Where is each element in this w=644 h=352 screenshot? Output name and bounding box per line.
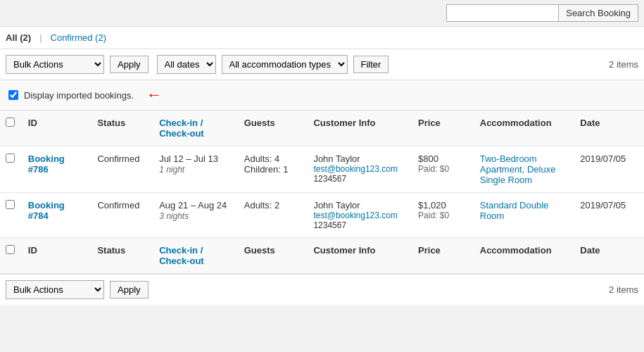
display-imported-checkbox[interactable]: [8, 90, 18, 100]
arrow-annotation: ←: [146, 86, 162, 104]
row-checkin-1: Aug 21 – Aug 243 nights: [153, 193, 239, 238]
search-input[interactable]: [446, 4, 559, 22]
header-guests: Guests: [239, 111, 308, 146]
customer-name-1: John Taylor: [313, 200, 407, 210]
accommodation-link-1[interactable]: Standard Double Room: [480, 200, 549, 221]
booking-link-1[interactable]: Booking #784: [28, 200, 65, 221]
row-customer-1: John Taylor test@booking123.com 1234567: [308, 193, 412, 238]
footer-status: Status: [91, 238, 153, 274]
customer-phone-0: 1234567: [313, 174, 407, 184]
dates-select[interactable]: All dates: [157, 55, 216, 74]
footer-date: Date: [574, 238, 644, 274]
red-arrow-icon: ←: [146, 86, 162, 103]
price-paid-0: Paid: $0: [418, 164, 469, 174]
row-accommodation-0: Two-Bedroom Apartment, Deluxe Single Roo…: [474, 146, 575, 193]
row-id-1: Booking #784: [23, 193, 92, 238]
price-value-0: $800: [418, 153, 469, 164]
row-checkbox-0[interactable]: [6, 153, 15, 163]
price-value-1: $1,020: [418, 200, 469, 210]
row-date-0: 2019/07/05: [574, 146, 644, 193]
header-accommodation: Accommodation: [474, 111, 575, 146]
filter-bar: Bulk Actions Apply All dates All accommo…: [0, 49, 644, 80]
tabs-bar: All (2) | Confirmed (2): [0, 27, 644, 49]
header-checkbox-col: [0, 111, 23, 146]
search-booking-button[interactable]: Search Booking: [559, 4, 638, 22]
top-search-bar: Search Booking: [0, 0, 644, 27]
footer-accommodation: Accommodation: [474, 238, 575, 274]
select-all-footer-checkbox[interactable]: [6, 245, 15, 254]
booking-link-0[interactable]: Booking #786: [28, 153, 65, 175]
row-accommodation-1: Standard Double Room: [474, 193, 575, 238]
row-checkin-0: Jul 12 – Jul 131 night: [153, 146, 239, 193]
footer-customer: Customer Info: [308, 238, 412, 274]
item-count-bottom: 2 items: [609, 284, 638, 295]
header-date: Date: [574, 111, 644, 146]
table-header-row: ID Status Check-in / Check-out Guests Cu…: [0, 111, 644, 146]
header-status: Status: [91, 111, 153, 146]
select-all-checkbox[interactable]: [6, 118, 15, 127]
tab-all[interactable]: All (2): [6, 32, 31, 43]
header-id: ID: [23, 111, 92, 146]
tab-confirmed[interactable]: Confirmed (2): [51, 32, 106, 43]
customer-name-0: John Taylor: [313, 153, 407, 164]
price-paid-1: Paid: $0: [418, 210, 469, 220]
item-count-top: 2 items: [609, 59, 638, 70]
header-customer: Customer Info: [308, 111, 412, 146]
row-checkbox-cell-0: [0, 146, 23, 193]
imported-bookings-bar: Display imported bookings. ←: [0, 80, 644, 111]
row-checkbox-cell-1: [0, 193, 23, 238]
row-id-0: Booking #786: [23, 146, 92, 193]
row-checkbox-1[interactable]: [6, 200, 15, 209]
apply-button-bottom[interactable]: Apply: [110, 281, 149, 298]
bulk-actions-select-bottom[interactable]: Bulk Actions: [6, 280, 104, 299]
row-guests-0: Adults: 4Children: 1: [239, 146, 308, 193]
row-status-1: Confirmed: [91, 193, 153, 238]
footer-guests: Guests: [239, 238, 308, 274]
header-checkin: Check-in / Check-out: [153, 111, 239, 146]
row-status-0: Confirmed: [91, 146, 153, 193]
bookings-table: ID Status Check-in / Check-out Guests Cu…: [0, 111, 644, 274]
customer-phone-1: 1234567: [313, 220, 407, 230]
tab-separator: |: [39, 32, 42, 43]
table-row: Booking #784 Confirmed Aug 21 – Aug 243 …: [0, 193, 644, 238]
footer-id: ID: [23, 238, 92, 274]
accommodation-select[interactable]: All accommodation types: [222, 55, 348, 74]
table-footer-row: ID Status Check-in / Check-out Guests Cu…: [0, 238, 644, 274]
accommodation-link-0[interactable]: Two-Bedroom Apartment, Deluxe Single Roo…: [480, 153, 556, 185]
row-guests-1: Adults: 2: [239, 193, 308, 238]
row-date-1: 2019/07/05: [574, 193, 644, 238]
customer-email-0: test@booking123.com: [313, 164, 407, 174]
row-price-0: $800 Paid: $0: [412, 146, 474, 193]
apply-button-top[interactable]: Apply: [110, 56, 149, 73]
bulk-actions-select[interactable]: Bulk Actions: [6, 55, 104, 74]
footer-checkbox-col: [0, 238, 23, 274]
filter-button[interactable]: Filter: [353, 56, 389, 73]
bottom-filter-bar: Bulk Actions Apply 2 items: [0, 274, 644, 305]
display-imported-label: Display imported bookings.: [24, 90, 134, 101]
row-customer-0: John Taylor test@booking123.com 1234567: [308, 146, 412, 193]
customer-email-1: test@booking123.com: [313, 210, 407, 220]
tab-all-count: (2): [20, 32, 31, 43]
row-price-1: $1,020 Paid: $0: [412, 193, 474, 238]
footer-checkin: Check-in / Check-out: [153, 238, 239, 274]
table-row: Booking #786 Confirmed Jul 12 – Jul 131 …: [0, 146, 644, 193]
tab-confirmed-count: (2): [95, 32, 106, 43]
header-price: Price: [412, 111, 474, 146]
footer-price: Price: [412, 238, 474, 274]
